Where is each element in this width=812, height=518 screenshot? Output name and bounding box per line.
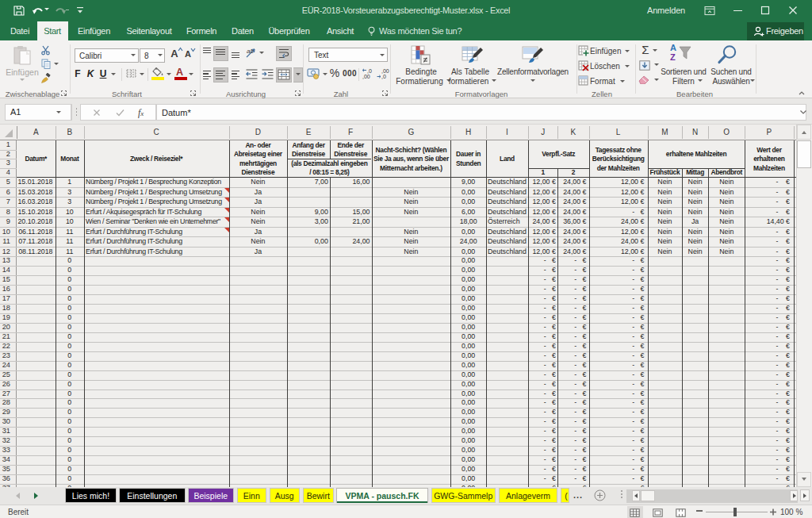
svg-text:,0: ,0 (381, 74, 386, 79)
svg-text:,0: ,0 (367, 68, 372, 74)
svg-text:,00: ,00 (381, 68, 389, 74)
svg-text:ab: ab (247, 48, 254, 55)
svg-text:,00: ,00 (362, 74, 370, 79)
